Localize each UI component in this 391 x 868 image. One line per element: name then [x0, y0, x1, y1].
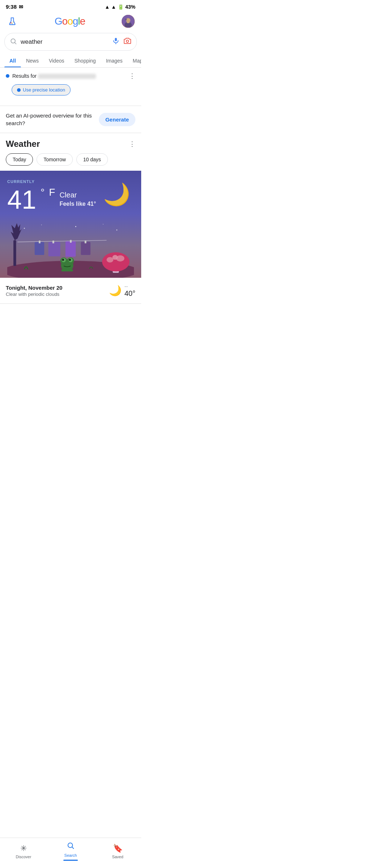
- currently-label: CURRENTLY: [7, 179, 35, 184]
- svg-rect-22: [81, 242, 90, 255]
- svg-point-39: [106, 257, 113, 263]
- mic-icon[interactable]: [112, 37, 120, 47]
- tonight-high: --: [125, 284, 135, 289]
- weather-more-options[interactable]: ⋮: [129, 140, 135, 148]
- battery-percent: 43%: [125, 4, 135, 10]
- precise-location-button[interactable]: Use precise location: [12, 84, 71, 95]
- svg-rect-21: [66, 241, 76, 257]
- temp-unit: F: [49, 187, 55, 198]
- tab-videos[interactable]: Videos: [44, 54, 70, 67]
- weather-visual: CURRENTLY 41 ° F Clear Feels like 41°: [0, 171, 141, 278]
- svg-rect-19: [35, 242, 44, 255]
- svg-point-14: [41, 225, 42, 225]
- svg-rect-27: [13, 240, 16, 266]
- tab-shopping[interactable]: Shopping: [69, 54, 101, 67]
- status-time: 9:38: [6, 4, 17, 10]
- day-tab-tomorrow[interactable]: Tomorrow: [37, 153, 72, 166]
- header: Google: [0, 11, 141, 33]
- tonight-low: 40°: [125, 289, 135, 298]
- svg-point-2: [12, 23, 13, 24]
- svg-point-41: [112, 255, 118, 260]
- results-more-options[interactable]: ⋮: [129, 72, 135, 80]
- moon-icon: 🌙: [103, 182, 130, 207]
- day-tab-today[interactable]: Today: [6, 153, 33, 166]
- weather-day-tabs: Today Tomorrow 10 days: [0, 153, 141, 171]
- weather-scene: [7, 220, 134, 278]
- search-query[interactable]: weather: [21, 38, 108, 46]
- degree-symbol: °: [41, 187, 45, 198]
- results-for-label: Results for: [12, 73, 96, 79]
- svg-point-1: [13, 22, 13, 22]
- tab-images[interactable]: Images: [101, 54, 128, 67]
- svg-rect-9: [115, 38, 117, 41]
- tonight-row: Tonight, November 20 Clear with periodic…: [0, 278, 141, 304]
- search-bar[interactable]: weather: [4, 33, 137, 51]
- svg-point-15: [75, 226, 76, 227]
- avatar-image: [122, 15, 135, 28]
- svg-rect-36: [68, 269, 73, 272]
- temperature: 41: [7, 185, 36, 214]
- svg-point-0: [10, 22, 12, 24]
- svg-point-13: [24, 228, 25, 229]
- signal-icon: ▲: [111, 4, 116, 10]
- tab-news[interactable]: News: [21, 54, 44, 67]
- svg-point-33: [62, 259, 64, 261]
- weather-card: Weather ⋮ Today Tomorrow 10 days CURRENT…: [0, 139, 141, 304]
- svg-point-6: [125, 19, 127, 21]
- results-for-row: Results for ⋮: [0, 68, 141, 83]
- avatar[interactable]: [121, 14, 135, 29]
- location-dot: [17, 88, 21, 92]
- status-bar: 9:38 ✉ ▲ ▲ 🔋 43%: [0, 0, 141, 11]
- ai-overview-banner: Get an AI-powered overview for this sear…: [0, 106, 141, 133]
- precise-location-label: Use precise location: [23, 87, 65, 93]
- google-logo: Google: [55, 16, 85, 27]
- svg-rect-20: [49, 242, 60, 256]
- tab-maps[interactable]: Maps: [128, 54, 141, 67]
- svg-point-17: [116, 230, 117, 231]
- mail-icon: ✉: [19, 4, 23, 10]
- battery-icon: 🔋: [118, 4, 124, 10]
- labs-icon[interactable]: [6, 15, 19, 28]
- weather-title: Weather: [6, 139, 40, 149]
- svg-rect-7: [127, 22, 130, 23]
- tonight-icon: 🌙: [109, 285, 122, 297]
- weather-condition: Clear: [59, 191, 96, 199]
- svg-rect-25: [70, 240, 72, 243]
- svg-point-16: [103, 224, 104, 225]
- tonight-date: Tonight, November 20: [6, 285, 62, 291]
- svg-rect-35: [61, 269, 66, 272]
- svg-line-18: [17, 240, 106, 242]
- search-icon: [10, 38, 17, 46]
- svg-rect-23: [39, 241, 41, 243]
- filter-tabs: All News Videos Shopping Images Maps: [0, 54, 141, 68]
- svg-rect-24: [52, 241, 54, 243]
- feels-like-temp: 41°: [87, 201, 96, 207]
- camera-icon[interactable]: [123, 37, 131, 47]
- wifi-icon: ▲: [105, 4, 110, 10]
- svg-rect-26: [85, 241, 87, 243]
- feels-like: Feels like 41°: [59, 201, 96, 207]
- generate-button[interactable]: Generate: [99, 113, 135, 126]
- svg-point-11: [126, 40, 129, 42]
- tab-all[interactable]: All: [4, 54, 21, 67]
- day-tab-10days[interactable]: 10 days: [76, 153, 108, 166]
- svg-point-34: [69, 259, 71, 261]
- ai-overview-text: Get an AI-powered overview for this sear…: [6, 112, 94, 127]
- blue-dot: [6, 74, 9, 78]
- tonight-description: Clear with periodic clouds: [6, 292, 62, 297]
